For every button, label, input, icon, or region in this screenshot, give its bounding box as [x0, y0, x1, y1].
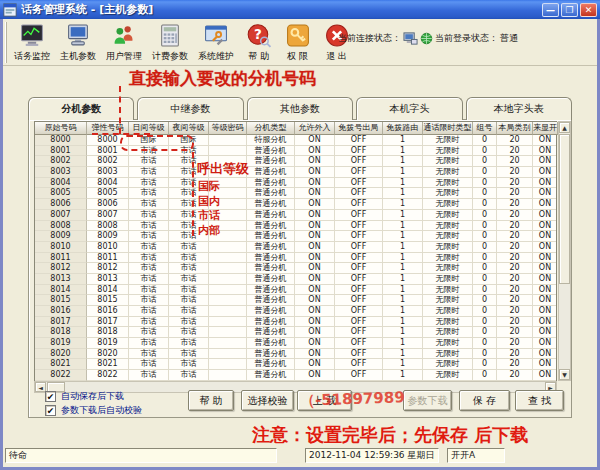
tab-trunk-params[interactable]: 中继参数: [137, 97, 243, 120]
cell: OFF: [335, 199, 383, 210]
toolbar-button-users[interactable]: 用户管理: [101, 19, 147, 65]
table-row[interactable]: 80208020市话市话普通分机ONOFF1无限时020ON: [35, 349, 556, 360]
tab-other-params[interactable]: 其他参数: [247, 97, 353, 120]
table-row[interactable]: 80078007市话市话普通分机ONOFF1无限时020ON: [35, 210, 556, 221]
table-row[interactable]: 80128012市话市话普通分机ONOFF1无限时020ON: [35, 263, 556, 274]
toolbar-grip[interactable]: [5, 22, 7, 63]
tab-prefix-table[interactable]: 本地字头表: [466, 97, 572, 120]
toolbar-button-maintain[interactable]: 系统维护: [193, 19, 239, 65]
table-row[interactable]: 80088008市话市话普通分机ONOFF1无限时020ON: [35, 221, 556, 232]
column-header[interactable]: 来显开关: [533, 122, 558, 135]
vertical-scroll-thumb[interactable]: [559, 134, 570, 284]
cell: 1: [383, 210, 423, 221]
toolbar-button-billing[interactable]: 计费参数: [147, 19, 193, 65]
table-row[interactable]: 80148014市话市话普通分机ONOFF1无限时020ON: [35, 285, 556, 296]
column-header[interactable]: 免拨路由: [383, 122, 423, 135]
table-row[interactable]: 80098009市话市话普通分机ONOFF1无限时020ON: [35, 231, 556, 242]
cell: OFF: [335, 231, 383, 242]
column-header[interactable]: 通话限时类型: [423, 122, 473, 135]
column-header[interactable]: 夜间等级: [169, 122, 209, 135]
toolbar-button-monitor[interactable]: 话务监控: [9, 19, 55, 65]
window-title: 话务管理系统 - [主机参数]: [21, 2, 540, 17]
toolbar-button-label: 计费参数: [152, 50, 188, 63]
save-button[interactable]: 保 存: [459, 390, 510, 411]
column-header[interactable]: 本局类别: [497, 122, 533, 135]
cell: 8003: [35, 167, 87, 178]
checkbox-box[interactable]: ✔: [45, 405, 56, 416]
table-row[interactable]: 80228022市话市话普通分机ONOFF1无限时020ON: [35, 370, 556, 381]
table-row[interactable]: 80048004市话市话普通分机ONOFF1无限时020ON: [35, 178, 556, 189]
cell: 无限时: [423, 306, 473, 317]
table-row[interactable]: 80058005市话市话普通分机ONOFF1无限时020ON: [35, 188, 556, 199]
column-header[interactable]: 分机类型: [247, 122, 295, 135]
cell: 市话: [169, 146, 209, 157]
toolbar-button-help[interactable]: ?帮 助: [239, 19, 278, 65]
scroll-down-icon[interactable]: ▼: [559, 369, 570, 380]
table-row[interactable]: 80178017市话市话普通分机ONOFF1无限时020ON: [35, 317, 556, 328]
table-row[interactable]: 80068006市话市话普通分机ONOFF1无限时020ON: [35, 199, 556, 210]
cell: 市话: [129, 359, 169, 370]
cell: 0: [473, 253, 497, 264]
minimize-button[interactable]: —: [542, 3, 559, 17]
table-row[interactable]: 80168016市话市话普通分机ONOFF1无限时020ON: [35, 306, 556, 317]
find-button[interactable]: 查 找: [515, 390, 564, 411]
cell: 1: [383, 263, 423, 274]
cell: 20: [497, 370, 533, 381]
close-button[interactable]: ✕: [580, 3, 597, 17]
cell: 8004: [35, 178, 87, 189]
column-header[interactable]: 弹性号码: [87, 122, 129, 135]
cell: 20: [497, 327, 533, 338]
cell: 1: [383, 349, 423, 360]
cell: [209, 178, 247, 189]
column-header[interactable]: 允许外入: [295, 122, 335, 135]
tab-local-prefix[interactable]: 本机字头: [356, 97, 462, 120]
column-header[interactable]: 日间等级: [129, 122, 169, 135]
cell: 1: [383, 370, 423, 381]
toolbar-button-rights[interactable]: 权 限: [278, 19, 317, 65]
cell: 普通分机: [247, 231, 295, 242]
cell: ON: [533, 199, 556, 210]
cell: 市话: [129, 306, 169, 317]
cell: 0: [473, 146, 497, 157]
cell: ON: [295, 156, 335, 167]
table-row[interactable]: 80118011市话市话普通分机ONOFF1无限时020ON: [35, 253, 556, 264]
table-row[interactable]: 80028002市话市话普通分机ONOFF1无限时020ON: [35, 156, 556, 167]
cell: 20: [497, 285, 533, 296]
checkbox-auto-verify[interactable]: ✔参数下载后自动校验: [45, 403, 142, 417]
tab-ext-params[interactable]: 分机参数: [28, 97, 134, 120]
checkbox-auto-save-download[interactable]: ✔自动保存后下载: [45, 389, 142, 403]
table-row[interactable]: 80018001市话市话普通分机ONOFF1无限时020ON: [35, 146, 556, 157]
table-row[interactable]: 80138013市话市话普通分机ONOFF1无限时020ON: [35, 274, 556, 285]
maintenance-icon: [203, 21, 229, 49]
table-row[interactable]: 80198019市话市话普通分机ONOFF1无限时020ON: [35, 338, 556, 349]
column-header[interactable]: 等级密码: [209, 122, 247, 135]
column-header[interactable]: 原始号码: [35, 122, 87, 135]
app-window: 话务管理系统 - [主机参数] —❐✕ 话务监控主机参数用户管理计费参数系统维护…: [0, 0, 600, 470]
cell: ON: [533, 359, 556, 370]
cell: ON: [295, 274, 335, 285]
table-row[interactable]: 80218021市话市话普通分机ONOFF1无限时020ON: [35, 359, 556, 370]
checkbox-box[interactable]: ✔: [45, 391, 56, 402]
table-row[interactable]: 80008000国际国际特服分机ONOFF1无限时020ON: [35, 135, 556, 146]
cell: OFF: [335, 295, 383, 306]
vertical-scrollbar[interactable]: ▲ ▼: [558, 121, 571, 381]
upload-button[interactable]: 上 载: [297, 390, 352, 411]
column-header[interactable]: 组号: [473, 122, 497, 135]
table-row[interactable]: 80038003市话市话普通分机ONOFF1无限时020ON: [35, 167, 556, 178]
column-header[interactable]: 免拨号出局: [335, 122, 383, 135]
scroll-up-icon[interactable]: ▲: [559, 122, 570, 133]
cell: 0: [473, 178, 497, 189]
select-verify-button[interactable]: 选择校验: [241, 390, 294, 411]
maximize-button[interactable]: ❐: [561, 3, 578, 17]
table-row[interactable]: 80188018市话市话普通分机ONOFF1无限时020ON: [35, 327, 556, 338]
cell: ON: [295, 306, 335, 317]
cell: OFF: [335, 263, 383, 274]
cell: 20: [497, 178, 533, 189]
table-row[interactable]: 80108010市话市话普通分机ONOFF1无限时020ON: [35, 242, 556, 253]
help-button[interactable]: 帮 助: [188, 390, 234, 411]
table-row[interactable]: 80158015市话市话普通分机ONOFF1无限时020ON: [35, 295, 556, 306]
cell: 市话: [129, 295, 169, 306]
toolbar-button-host[interactable]: 主机参数: [55, 19, 101, 65]
cell: 8007: [87, 210, 129, 221]
cell: 1: [383, 274, 423, 285]
